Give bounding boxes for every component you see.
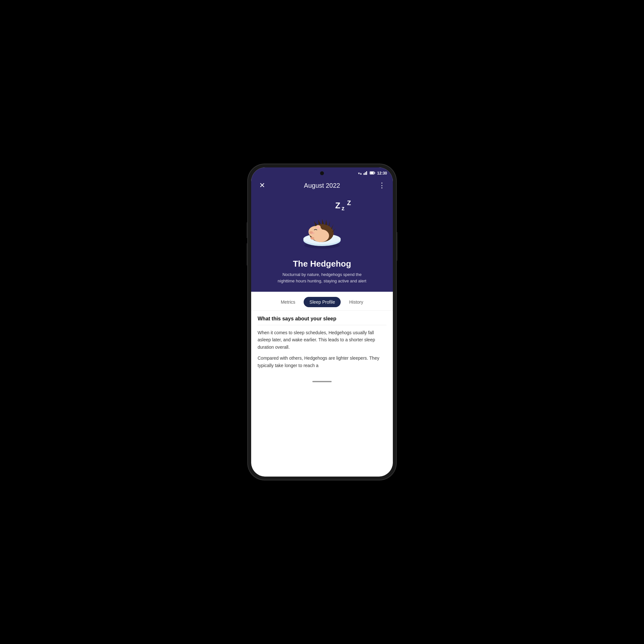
tab-sleep-profile[interactable]: Sleep Profile [304,297,341,307]
tab-bar: Metrics Sleep Profile History [251,292,393,311]
home-indicator [312,381,332,382]
header-title: August 2022 [304,182,340,189]
sleep-paragraph-1: When it comes to sleep schedules, Hedgeh… [258,329,386,351]
svg-point-26 [310,237,314,240]
home-indicator-bar [251,378,393,385]
svg-marker-11 [318,220,321,225]
animal-description: Nocturnal by nature, hedgehogs spend the… [274,271,370,284]
svg-marker-14 [328,221,330,226]
sleep-info-section: What this says about your sleep When it … [251,311,393,378]
close-button[interactable]: ✕ [257,180,267,191]
svg-marker-15 [331,224,334,229]
phone-frame: ▾▴ 12:30 [248,164,396,480]
camera-bar [251,167,393,179]
volume-up-button[interactable] [247,222,248,238]
svg-marker-10 [314,221,317,226]
section-title: What this says about your sleep [258,316,386,325]
hedgehog-illustration-container: ZzZ [290,198,354,256]
content-area[interactable]: Metrics Sleep Profile History What this … [251,292,393,477]
svg-marker-12 [322,219,324,224]
front-camera [320,171,324,175]
hero-section: ZzZ [251,194,393,292]
animal-name: The Hedgehog [293,259,351,269]
tab-history[interactable]: History [343,297,369,307]
svg-point-23 [317,226,320,229]
app-header: ✕ August 2022 ⋮ [251,178,393,194]
more-options-button[interactable]: ⋮ [377,180,387,191]
volume-down-button[interactable] [247,243,248,266]
svg-marker-13 [325,220,327,225]
zzz-text: ZzZ [335,199,351,212]
sleep-paragraph-2: Compared with others, Hedgehogs are ligh… [258,355,386,369]
tab-metrics[interactable]: Metrics [275,297,301,307]
phone-screen: ▾▴ 12:30 [251,167,393,477]
svg-point-24 [311,232,315,234]
power-button[interactable] [396,232,397,261]
